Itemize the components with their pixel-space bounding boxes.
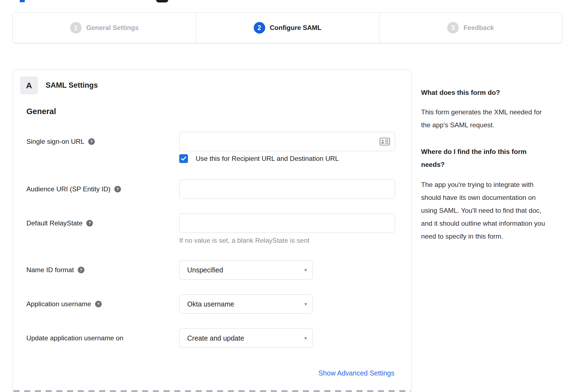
header-fragment-blue: [20, 0, 25, 2]
panel-header: A SAML Settings: [20, 76, 411, 94]
relay-state-row: Default RelayState ? If no value is set,…: [26, 214, 411, 244]
audience-uri-input[interactable]: [179, 180, 395, 199]
relay-state-label-group: Default RelayState ?: [26, 214, 179, 244]
show-advanced-settings-link[interactable]: Show Advanced Settings: [318, 369, 394, 377]
sidebar-question-2: Where do I find the info this form needs…: [421, 145, 552, 171]
chevron-down-icon: ▾: [304, 301, 307, 307]
header-fragment-black: [156, 0, 168, 2]
update-username-value: Create and update: [187, 334, 244, 342]
section-divider: [13, 390, 411, 392]
relay-state-hint: If no value is set, a blank RelayState i…: [179, 237, 395, 244]
help-sidebar: What does this form do? This form genera…: [421, 88, 552, 243]
advanced-settings-row: Show Advanced Settings: [26, 369, 394, 377]
relay-state-label: Default RelayState: [26, 219, 82, 227]
configure-saml-page: 1 General Settings 2 Configure SAML 3 Fe…: [0, 0, 575, 392]
chevron-down-icon: ▾: [304, 267, 307, 273]
general-section-heading: General: [26, 107, 411, 116]
audience-uri-row: Audience URI (SP Entity ID) ?: [26, 180, 411, 199]
name-id-format-select[interactable]: Unspecified ▾: [179, 260, 313, 280]
application-username-label-group: Application username ?: [26, 294, 179, 314]
checkmark-icon: [181, 156, 186, 161]
help-icon[interactable]: ?: [88, 138, 95, 145]
application-username-value: Okta username: [187, 300, 234, 308]
chevron-down-icon: ▾: [304, 335, 307, 341]
step-general-settings[interactable]: 1 General Settings: [13, 13, 196, 43]
panel-title: SAML Settings: [46, 81, 98, 90]
application-username-label: Application username: [26, 300, 91, 308]
contact-card-icon[interactable]: [380, 138, 390, 146]
audience-uri-label-group: Audience URI (SP Entity ID) ?: [26, 180, 179, 199]
sidebar-answer-2: The app you're trying to integrate with …: [421, 178, 552, 243]
step-2-circle-icon: 2: [254, 22, 265, 34]
recipient-url-checkbox[interactable]: [179, 154, 188, 163]
name-id-format-value: Unspecified: [187, 266, 223, 274]
help-icon[interactable]: ?: [78, 267, 84, 273]
sidebar-answer-1: This form generates the XML needed for t…: [421, 106, 552, 131]
sso-url-label: Single sign-on URL: [26, 137, 84, 146]
step-1-label: General Settings: [86, 24, 139, 32]
section-a-badge: A: [20, 76, 38, 94]
help-icon[interactable]: ?: [86, 220, 93, 227]
name-id-format-label-group: Name ID format ?: [26, 260, 179, 280]
sidebar-question-1: What does this form do?: [421, 88, 552, 97]
update-username-select[interactable]: Create and update ▾: [179, 328, 313, 348]
audience-uri-label: Audience URI (SP Entity ID): [26, 185, 110, 193]
step-feedback[interactable]: 3 Feedback: [379, 13, 562, 43]
name-id-format-row: Name ID format ? Unspecified ▾: [26, 260, 411, 280]
step-3-circle-icon: 3: [447, 22, 459, 34]
help-icon[interactable]: ?: [95, 301, 102, 307]
recipient-url-checkbox-label: Use this for Recipient URL and Destinati…: [196, 155, 339, 162]
application-username-select[interactable]: Okta username ▾: [179, 294, 313, 314]
sso-url-row: Single sign-on URL ?: [26, 132, 411, 163]
step-configure-saml[interactable]: 2 Configure SAML: [196, 13, 379, 43]
sso-url-input[interactable]: [179, 132, 395, 151]
help-icon[interactable]: ?: [114, 186, 121, 192]
relay-state-input[interactable]: [179, 214, 395, 233]
name-id-format-label: Name ID format: [26, 266, 74, 274]
update-username-label-group: Update application username on: [26, 328, 179, 348]
recipient-url-checkbox-row: Use this for Recipient URL and Destinati…: [179, 154, 395, 163]
update-username-row: Update application username on Create an…: [26, 328, 411, 348]
application-username-row: Application username ? Okta username ▾: [26, 294, 411, 314]
wizard-stepper: 1 General Settings 2 Configure SAML 3 Fe…: [13, 12, 562, 43]
step-2-label: Configure SAML: [270, 24, 322, 32]
step-1-circle-icon: 1: [70, 22, 82, 34]
sso-url-label-group: Single sign-on URL ?: [26, 132, 179, 163]
step-3-label: Feedback: [463, 24, 494, 32]
update-username-label: Update application username on: [26, 334, 123, 342]
saml-settings-panel: A SAML Settings General Single sign-on U…: [13, 69, 411, 392]
